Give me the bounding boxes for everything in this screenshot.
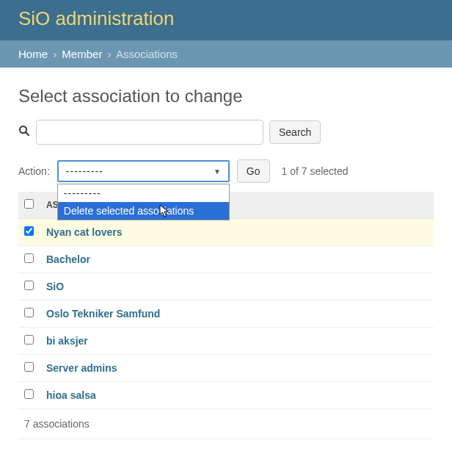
table-row: Oslo Tekniker Samfund (18, 300, 434, 328)
header-branding: SiO administration (0, 0, 452, 40)
row-checkbox-cell (18, 219, 40, 246)
search-icon (18, 125, 30, 140)
row-name-cell: Oslo Tekniker Samfund (40, 300, 434, 328)
actions-label: Action: (18, 165, 50, 177)
association-link[interactable]: Nyan cat lovers (46, 226, 123, 238)
table-row: Nyan cat lovers (18, 219, 434, 246)
breadcrumb-sep: › (51, 48, 59, 60)
action-option-blank[interactable]: --------- (58, 184, 229, 202)
action-option-delete-label: Delete selected associations (64, 205, 194, 217)
chevron-down-icon: ▼ (214, 167, 221, 176)
content: Select association to change Search Acti… (0, 68, 452, 458)
row-checkbox-cell (18, 355, 40, 382)
row-name-cell: SiO (40, 273, 434, 300)
row-name-cell: Server admins (40, 355, 434, 382)
row-checkbox[interactable] (24, 362, 34, 372)
action-option-delete[interactable]: Delete selected associations (58, 202, 229, 220)
search-button[interactable]: Search (269, 120, 321, 144)
svg-point-0 (20, 126, 26, 133)
breadcrumb-sep: › (106, 48, 114, 60)
action-select[interactable]: --------- ▼ --------- Delete selected as… (57, 160, 230, 182)
association-link[interactable]: Oslo Tekniker Samfund (46, 308, 160, 320)
association-link[interactable]: bi aksjer (46, 335, 88, 347)
row-checkbox[interactable] (24, 308, 34, 317)
actions-row: Action: --------- ▼ --------- Delete sel… (18, 159, 434, 183)
svg-line-1 (26, 133, 29, 136)
table-summary: 7 associations (18, 409, 434, 439)
row-name-cell: Nyan cat lovers (40, 219, 434, 246)
association-link[interactable]: SiO (46, 281, 64, 292)
breadcrumb-home[interactable]: Home (18, 48, 48, 60)
associations-table: ASO Nyan cat loversBachelorSiOOslo Tekni… (18, 192, 434, 409)
breadcrumb-member[interactable]: Member (62, 48, 102, 60)
row-name-cell: Bachelor (40, 246, 434, 273)
go-button[interactable]: Go (237, 159, 270, 183)
row-checkbox[interactable] (24, 226, 34, 236)
association-link[interactable]: Server admins (46, 362, 117, 374)
row-checkbox-cell (18, 273, 40, 300)
row-checkbox-cell (18, 328, 40, 355)
action-select-value: --------- (66, 165, 103, 177)
row-checkbox-cell (18, 300, 40, 328)
row-checkbox[interactable] (24, 253, 34, 263)
row-checkbox-cell (18, 246, 40, 273)
search-bar: Search (18, 120, 434, 145)
table-row: SiO (18, 273, 434, 300)
association-link[interactable]: Bachelor (46, 253, 90, 265)
selection-info: 1 of 7 selected (282, 165, 349, 177)
action-dropdown: --------- Delete selected associations (57, 184, 230, 220)
row-checkbox[interactable] (24, 335, 34, 345)
action-select-display[interactable]: --------- ▼ (62, 163, 225, 179)
row-name-cell: hioa salsa (40, 382, 434, 409)
row-checkbox[interactable] (24, 281, 34, 290)
breadcrumb-current: Associations (116, 48, 178, 60)
row-checkbox[interactable] (24, 389, 34, 399)
site-title: SiO administration (18, 7, 434, 30)
page-title: Select association to change (18, 86, 434, 107)
table-row: bi aksjer (18, 328, 434, 355)
table-row: Bachelor (18, 246, 434, 273)
table-row: hioa salsa (18, 382, 434, 409)
table-row: Server admins (18, 355, 434, 382)
row-name-cell: bi aksjer (40, 328, 434, 355)
search-input[interactable] (36, 120, 263, 145)
breadcrumb: Home › Member › Associations (0, 40, 452, 68)
row-checkbox-cell (18, 382, 40, 409)
header-checkbox-cell (18, 192, 40, 219)
association-link[interactable]: hioa salsa (46, 389, 96, 401)
select-all-checkbox[interactable] (24, 199, 34, 209)
